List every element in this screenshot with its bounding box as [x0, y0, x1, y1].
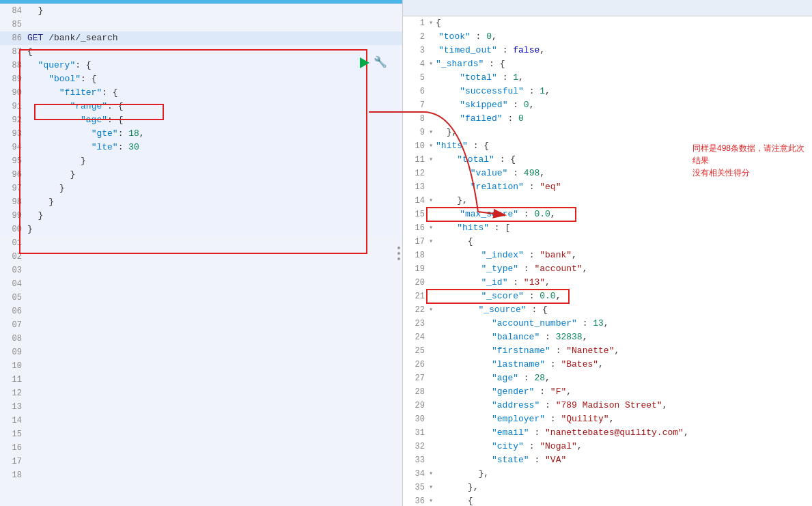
dot3 [397, 257, 400, 260]
left-panel: 🔧 84 } 85 86 GET /bank/_search [0, 0, 403, 506]
rline-4: 4 ▾ "_shards" : { [403, 57, 812, 71]
line-92: 92 "age": { [0, 113, 402, 127]
rline-20: 20 "_id" : "13", [403, 276, 812, 290]
rline-27: 27 "age" : 28, [403, 371, 812, 385]
fold-icon-34[interactable]: ▾ [429, 467, 433, 481]
line-100: 00 } [0, 223, 402, 236]
line-99: 99 } [0, 209, 402, 223]
rline-14: 14 ▾ }, [403, 194, 812, 208]
rline-3: 3 "timed_out" : false, [403, 44, 812, 57]
rline-31: 31 "email" : "nanettebates@quility.com", [403, 426, 812, 440]
rline-29: 29 "address" : "789 Madison Street", [403, 399, 812, 412]
dot2 [397, 252, 400, 255]
line-empty-5: 05 [0, 291, 402, 305]
fold-icon-11[interactable]: ▾ [429, 153, 433, 167]
line-empty-2: 02 [0, 250, 402, 264]
line-96: 96 } [0, 168, 402, 182]
rline-17: 17 ▾ { [403, 235, 812, 249]
fold-icon-17[interactable]: ▾ [429, 235, 433, 249]
svg-marker-0 [360, 57, 369, 68]
rline-24: 24 "balance" : 32838, [403, 331, 812, 344]
line-empty-3: 03 [0, 264, 402, 277]
rline-19: 19 "_type" : "account", [403, 262, 812, 276]
line-empty-4: 04 [0, 277, 402, 291]
rline-21: 21 "_score" : 0.0, [403, 290, 812, 303]
rline-22: 22 ▾ "_source" : { [403, 303, 812, 317]
rline-25: 25 "firstname" : "Nanette", [403, 344, 812, 358]
right-top-bar [403, 0, 812, 16]
line-empty-16: 16 [0, 441, 402, 455]
rline-30: 30 "employer" : "Quility", [403, 412, 812, 426]
line-91: 91 "range": { [0, 100, 402, 113]
line-97: 97 } [0, 182, 402, 195]
fold-icon-4[interactable]: ▾ [429, 57, 433, 71]
rline-36: 36 ▾ { [403, 494, 812, 506]
wrench-icon[interactable]: 🔧 [374, 55, 390, 72]
fold-icon-36[interactable]: ▾ [429, 494, 433, 506]
rline-1: 1 ▾ { [403, 16, 812, 30]
rline-35: 35 ▾ }, [403, 481, 812, 494]
line-empty-11: 11 [0, 373, 402, 386]
rline-23: 23 "account_number" : 13, [403, 317, 812, 331]
line-empty-13: 13 [0, 400, 402, 414]
rline-2: 2 "took" : 0, [403, 30, 812, 44]
line-93: 93 "gte": 18, [0, 127, 402, 141]
line-empty-1: 01 [0, 236, 402, 250]
fold-icon-22[interactable]: ▾ [429, 303, 433, 317]
rline-9: 9 ▾ }, [403, 126, 812, 139]
rline-16: 16 ▾ "hits" : [ [403, 221, 812, 235]
rline-18: 18 "_index" : "bank", [403, 249, 812, 262]
dot1 [397, 247, 400, 249]
fold-icon-10[interactable]: ▾ [429, 139, 433, 153]
panel-separator [395, 244, 402, 263]
line-empty-12: 12 [0, 386, 402, 400]
fold-icon-14[interactable]: ▾ [429, 194, 433, 208]
rline-6: 6 "successful" : 1, [403, 85, 812, 98]
rline-15: 15 "max_score" : 0.0, [403, 208, 812, 221]
fold-icon-35[interactable]: ▾ [429, 481, 433, 494]
line-empty-15: 15 [0, 427, 402, 441]
rline-34: 34 ▾ }, [403, 467, 812, 481]
line-empty-8: 08 [0, 332, 402, 346]
line-87: 87 { [0, 45, 402, 59]
line-88: 88 "query": { [0, 59, 402, 72]
line-empty-6: 06 [0, 305, 402, 318]
rline-7: 7 "skipped" : 0, [403, 98, 812, 112]
line-90: 90 "filter": { [0, 86, 402, 100]
left-code-area: 84 } 85 86 GET /bank/_search 87 { 88 "q [0, 4, 402, 506]
rline-28: 28 "gender" : "F", [403, 385, 812, 399]
right-panel: 同样是498条数据，请注意此次结果没有相关性得分 1 ▾ { 2 "took" … [403, 0, 812, 506]
rline-8: 8 "failed" : 0 [403, 112, 812, 126]
line-94: 94 "lte": 30 [0, 141, 402, 154]
line-empty-14: 14 [0, 414, 402, 427]
play-button[interactable] [357, 56, 371, 70]
rline-32: 32 "city" : "Nogal", [403, 440, 812, 453]
annotation-note: 同样是498条数据，请注意此次结果没有相关性得分 [692, 142, 805, 179]
line-95: 95 } [0, 154, 402, 168]
line-empty-9: 09 [0, 346, 402, 359]
line-84: 84 } [0, 4, 402, 18]
rline-26: 26 "lastname" : "Bates", [403, 358, 812, 371]
fold-icon-1[interactable]: ▾ [429, 16, 433, 30]
line-empty-17: 17 [0, 455, 402, 468]
fold-icon-9[interactable]: ▾ [429, 126, 433, 139]
rline-5: 5 "total" : 1, [403, 71, 812, 85]
line-85: 85 [0, 18, 402, 31]
line-empty-10: 10 [0, 359, 402, 373]
line-89: 89 "bool": { [0, 72, 402, 86]
line-86: 86 GET /bank/_search [0, 31, 402, 45]
line-empty-7: 07 [0, 318, 402, 332]
fold-icon-16[interactable]: ▾ [429, 221, 433, 235]
line-98: 98 } [0, 195, 402, 209]
rline-13: 13 "relation" : "eq" [403, 180, 812, 194]
line-empty-18: 18 [0, 468, 402, 482]
right-code-area: 1 ▾ { 2 "took" : 0, 3 "timed_out" : fals… [403, 16, 812, 506]
rline-33: 33 "state" : "VA" [403, 453, 812, 467]
